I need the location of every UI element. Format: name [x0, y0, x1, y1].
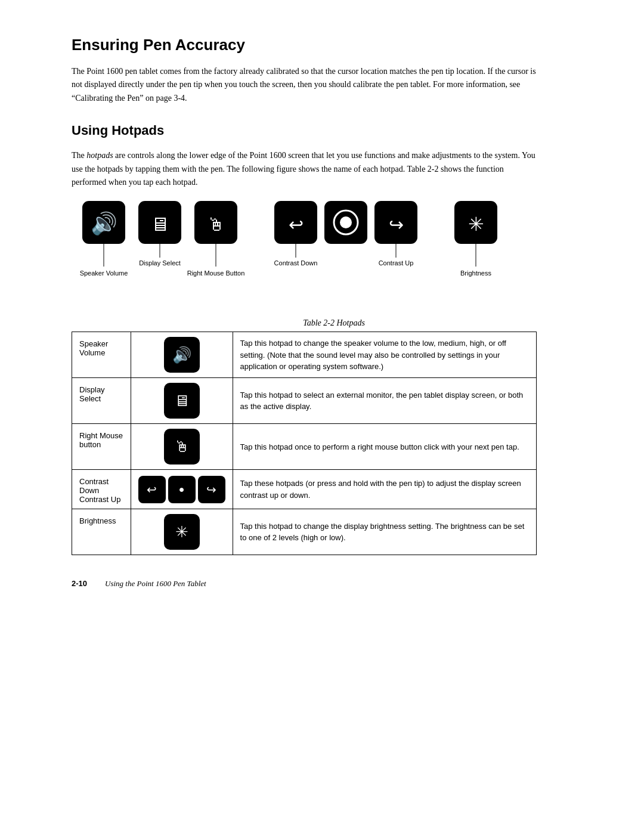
section2-body-italic: hotpads	[86, 151, 113, 160]
section-pen-accuracy: Ensuring Pen Accuracy The Point 1600 pen…	[72, 36, 596, 105]
row3-icon: 🖱	[131, 424, 233, 470]
svg-text:Contrast Down: Contrast Down	[274, 259, 318, 267]
right-mouse-icon: 🖱	[164, 429, 200, 465]
row1-desc: Tap this hotpad to change the speaker vo…	[233, 332, 536, 378]
section-using-hotpads: Using Hotpads The hotpads are controls a…	[72, 123, 596, 555]
hotpad-diagram: 🔊 🖥 🖱 ↩ ↪ ✳	[72, 201, 537, 308]
row1-name: SpeakerVolume	[72, 332, 131, 378]
row2-desc: Tap this hotpad to select an external mo…	[233, 378, 536, 424]
svg-text:↪: ↪	[389, 215, 404, 234]
svg-text:Right Mouse Button: Right Mouse Button	[187, 270, 245, 277]
svg-text:✳: ✳	[468, 213, 484, 235]
speaker-volume-icon: 🔊	[164, 337, 200, 373]
svg-text:Brightness: Brightness	[460, 270, 491, 277]
section2-body-post: are controls along the lower edge of the…	[72, 151, 535, 187]
contrast-icons-group: ↩ ● ↪	[138, 476, 225, 503]
row5-name: Brightness	[72, 509, 131, 555]
table-caption: Table 2-2 Hotpads	[72, 318, 596, 328]
table-row: Right Mousebutton 🖱 Tap this hotpad once…	[72, 424, 537, 470]
row2-icon: 🖥	[131, 378, 233, 424]
table-row: Contrast DownContrast Up ↩ ● ↪ Tap these…	[72, 470, 537, 509]
svg-text:Display Select: Display Select	[139, 259, 181, 267]
contrast-mid-icon: ●	[168, 476, 196, 503]
row5-icon: ✳	[131, 509, 233, 555]
svg-text:🔊: 🔊	[91, 210, 117, 236]
row3-name: Right Mousebutton	[72, 424, 131, 470]
row4-icon: ↩ ● ↪	[131, 470, 233, 509]
brightness-icon: ✳	[164, 514, 200, 550]
display-select-icon: 🖥	[164, 383, 200, 419]
page-footer: 2-10 Using the Point 1600 Pen Tablet	[72, 579, 596, 589]
svg-text:Speaker Volume: Speaker Volume	[80, 270, 128, 277]
row2-name: Display Select	[72, 378, 131, 424]
row5-desc: Tap this hotpad to change the display br…	[233, 509, 536, 555]
section1-title: Ensuring Pen Accuracy	[72, 36, 596, 54]
table-row: SpeakerVolume 🔊 Tap this hotpad to chang…	[72, 332, 537, 378]
footer-text: Using the Point 1600 Pen Tablet	[105, 579, 206, 589]
row4-desc: Tap these hotpads (or press and hold wit…	[233, 470, 536, 509]
section2-title: Using Hotpads	[72, 123, 596, 138]
svg-point-10	[340, 216, 352, 228]
svg-text:↩: ↩	[289, 215, 304, 234]
svg-text:🖥: 🖥	[150, 213, 169, 235]
row3-desc: Tap this hotpad once to perform a right …	[233, 424, 536, 470]
page-number: 2-10	[72, 579, 87, 588]
section1-body: The Point 1600 pen tablet comes from the…	[72, 65, 537, 105]
row1-icon: 🔊	[131, 332, 233, 378]
svg-text:Contrast Up: Contrast Up	[379, 259, 414, 267]
contrast-up-icon: ↪	[198, 476, 225, 503]
table-row: Display Select 🖥 Tap this hotpad to sele…	[72, 378, 537, 424]
hotpads-table: SpeakerVolume 🔊 Tap this hotpad to chang…	[72, 332, 537, 555]
section2-body-pre: The	[72, 151, 86, 160]
diagram-svg: 🔊 🖥 🖱 ↩ ↪ ✳	[72, 201, 537, 305]
table-row: Brightness ✳ Tap this hotpad to change t…	[72, 509, 537, 555]
contrast-down-icon: ↩	[138, 476, 166, 503]
svg-text:🖱: 🖱	[207, 215, 225, 234]
section2-body: The hotpads are controls along the lower…	[72, 149, 537, 189]
row4-name: Contrast DownContrast Up	[72, 470, 131, 509]
